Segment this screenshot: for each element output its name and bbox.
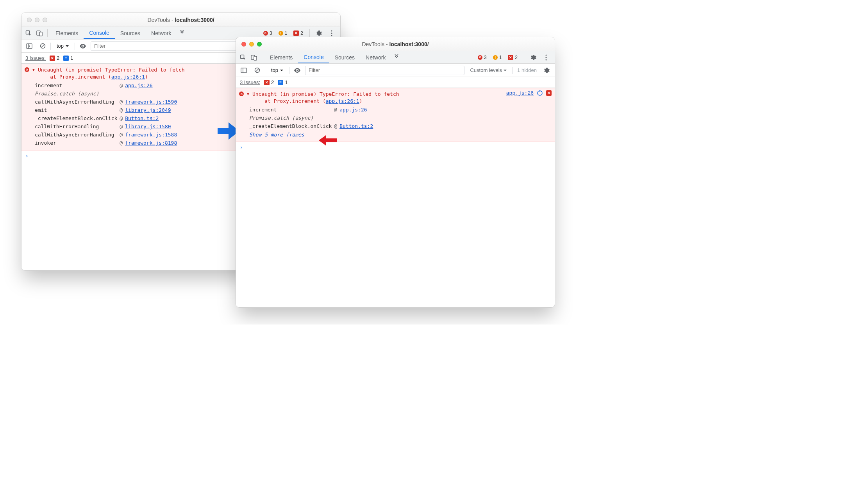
error-message: Uncaught (in promise) TypeError: Failed … (38, 66, 185, 81)
error-count-pill[interactable]: 3 (475, 54, 489, 61)
live-expression-icon[interactable] (292, 65, 303, 76)
window-title: DevTools - localhost:3000/ (236, 41, 555, 47)
sidebar-toggle-icon[interactable] (24, 41, 35, 52)
reload-icon[interactable] (537, 90, 543, 96)
window-title-host: localhost:3000/ (175, 17, 214, 23)
error-source-link[interactable]: app.js:26:1 (326, 98, 359, 104)
more-tabs-icon[interactable] (391, 51, 402, 62)
context-selector[interactable]: top (53, 42, 72, 50)
stack-frame-link[interactable]: Button.ts:2 (339, 123, 373, 129)
live-expression-icon[interactable] (77, 41, 88, 52)
error-message: Uncaught (in promise) TypeError: Failed … (252, 91, 399, 105)
warning-count-pill[interactable]: 1 (491, 54, 504, 61)
stack-frame-link[interactable]: Button.ts:2 (125, 115, 159, 121)
stack-frame: callWithAsyncErrorHandling@framework.js:… (35, 98, 179, 106)
more-tabs-icon[interactable] (177, 27, 188, 38)
stack-trace: increment@app.js:26Promise.catch (async)… (35, 81, 179, 147)
stack-frame-link[interactable]: library.js:1580 (125, 124, 171, 129)
stack-frame-fn: increment (249, 106, 334, 114)
traffic-zoom[interactable] (257, 42, 262, 47)
error-count: 3 (270, 30, 272, 36)
tab-network[interactable]: Network (146, 27, 177, 39)
traffic-minimize[interactable] (35, 18, 39, 22)
stack-frame: Promise.catch (async) (249, 114, 375, 122)
svg-point-3 (331, 30, 332, 31)
stack-frame-link[interactable]: app.js:26 (125, 82, 152, 88)
log-level-selector[interactable]: Custom levels (467, 67, 510, 73)
disclosure-triangle[interactable]: ▼ (246, 91, 250, 96)
traffic-close[interactable] (241, 42, 246, 47)
tab-elements[interactable]: Elements (264, 51, 298, 63)
traffic-lights[interactable] (236, 42, 262, 47)
console-body[interactable]: app.js:26 ▼ Uncaught (in promise) TypeEr… (236, 88, 555, 307)
context-selector[interactable]: top (268, 66, 287, 74)
stack-frame-at: @ (334, 106, 339, 114)
gear-icon[interactable] (528, 52, 539, 63)
stack-frame-fn: increment (35, 81, 120, 90)
stack-frame: emit@library.js:2049 (35, 106, 179, 114)
devtools-window-after: DevTools - localhost:3000/ Elements Cons… (236, 37, 555, 308)
tab-network[interactable]: Network (360, 51, 391, 63)
stack-frame-at: @ (120, 139, 125, 147)
titlebar[interactable]: DevTools - localhost:3000/ (21, 13, 340, 27)
svg-rect-11 (254, 56, 257, 60)
svg-point-5 (331, 35, 332, 36)
breakpoint-count-pill[interactable]: 2 (291, 30, 305, 36)
tab-elements[interactable]: Elements (50, 27, 84, 39)
titlebar[interactable]: DevTools - localhost:3000/ (236, 37, 555, 51)
error-badge-icon[interactable] (546, 90, 552, 96)
error-icon (25, 67, 29, 72)
traffic-minimize[interactable] (249, 42, 254, 47)
stack-frame: callWithAsyncErrorHandling@framework.js:… (35, 131, 179, 139)
stack-frame-fn: callWithErrorHandling (35, 122, 120, 131)
error-source-link[interactable]: app.js:26:1 (111, 74, 145, 80)
tab-console[interactable]: Console (298, 51, 329, 63)
svg-point-14 (545, 59, 547, 60)
issues-chat: 1 (63, 55, 73, 61)
svg-point-8 (82, 45, 84, 47)
tab-console[interactable]: Console (84, 27, 114, 39)
stack-frame-link[interactable]: framework.js:1588 (125, 132, 177, 138)
stack-frame: _createElementBlock.onClick@Button.ts:2 (35, 114, 179, 122)
clear-console-icon[interactable] (252, 65, 263, 76)
issues-link[interactable]: 3 Issues: (240, 79, 260, 85)
gear-icon[interactable] (541, 65, 552, 76)
stack-frame-link[interactable]: app.js:26 (339, 107, 367, 113)
clear-console-icon[interactable] (37, 41, 48, 52)
sidebar-toggle-icon[interactable] (238, 65, 249, 76)
traffic-close[interactable] (27, 18, 32, 22)
warning-count-pill[interactable]: 1 (276, 30, 290, 36)
panel-tabs: Elements Console Sources Network (264, 51, 402, 63)
device-icon[interactable] (34, 28, 45, 39)
filter-input[interactable] (305, 66, 464, 75)
error-entry[interactable]: app.js:26 ▼ Uncaught (in promise) TypeEr… (236, 88, 555, 142)
console-prompt[interactable]: › (236, 142, 555, 152)
svg-point-17 (296, 70, 298, 71)
tab-sources[interactable]: Sources (115, 27, 146, 39)
issues-bar[interactable]: 3 Issues: 2 1 (236, 77, 555, 88)
callout-arrow-icon (319, 135, 337, 145)
inspect-icon[interactable] (23, 28, 34, 39)
breakpoint-count-pill[interactable]: 2 (505, 54, 520, 61)
stack-frame-fn: callWithAsyncErrorHandling (35, 131, 120, 139)
traffic-lights[interactable] (21, 18, 47, 22)
issues-link[interactable]: 3 Issues: (25, 55, 46, 61)
issues-bp: 2 (264, 79, 274, 85)
stack-frame-link[interactable]: framework.js:1590 (125, 99, 177, 105)
error-count-pill[interactable]: 3 (261, 30, 275, 36)
hidden-count[interactable]: 1 hidden (515, 67, 539, 73)
window-title-prefix: DevTools - (147, 17, 175, 23)
tab-sources[interactable]: Sources (329, 51, 360, 63)
device-icon[interactable] (248, 52, 259, 63)
async-boundary: Promise.catch (async) (249, 114, 375, 122)
stack-frame-link[interactable]: library.js:2049 (125, 107, 171, 113)
stack-frame: _createElementBlock.onClick@Button.ts:2 (249, 122, 375, 130)
error-source-link[interactable]: app.js:26 (506, 90, 534, 96)
show-more-frames-link[interactable]: Show 5 more frames (239, 130, 304, 138)
kebab-icon[interactable] (541, 52, 552, 63)
traffic-zoom[interactable] (43, 18, 47, 22)
disclosure-triangle[interactable]: ▼ (32, 66, 36, 72)
svg-point-13 (545, 57, 547, 58)
inspect-icon[interactable] (238, 52, 248, 63)
stack-frame-link[interactable]: framework.js:8198 (125, 140, 177, 146)
